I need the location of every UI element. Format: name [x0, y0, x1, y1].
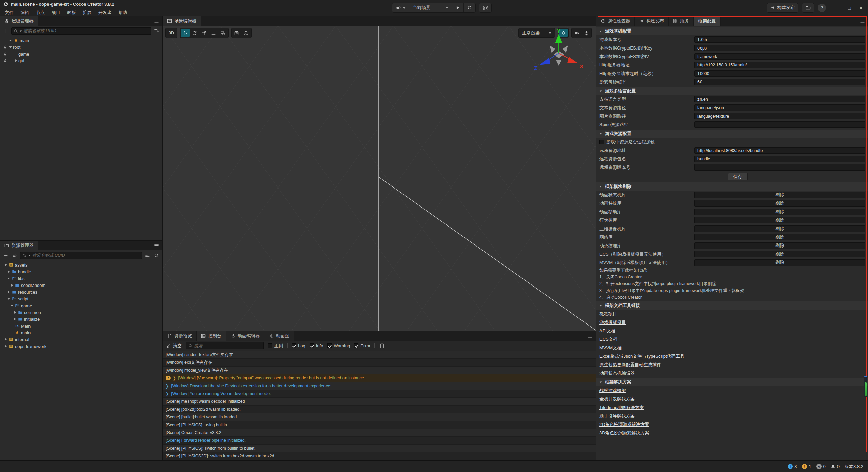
asset-node-assets[interactable]: assets: [0, 261, 162, 268]
log-row[interactable]: [Scene] [box2d]:box2d wasm lib loaded.: [163, 406, 596, 413]
field-input[interactable]: 1.0.5: [694, 36, 865, 43]
tab-assets[interactable]: 资源管理器: [0, 241, 38, 250]
expander-toggle[interactable]: [13, 318, 17, 320]
scale-tool-button[interactable]: [200, 29, 209, 37]
field-input[interactable]: [694, 121, 865, 128]
asset-node-initialize[interactable]: initialize: [0, 316, 162, 322]
refresh-assets-button[interactable]: [153, 252, 160, 259]
doc-link[interactable]: 动画状态机编辑器: [599, 369, 635, 377]
gizmo-y-label[interactable]: Y: [557, 28, 560, 34]
play-button[interactable]: [452, 3, 464, 12]
doc-link[interactable]: 游戏模板项目: [599, 318, 626, 327]
doc-link[interactable]: MVVM文档: [599, 343, 622, 352]
log-row[interactable]: [Scene] Forward render pipeline initiali…: [163, 437, 596, 445]
panel-menu-button[interactable]: [154, 19, 159, 24]
minimize-button[interactable]: −: [833, 3, 843, 13]
field-input[interactable]: http://192.168.0.150/main/: [694, 62, 865, 68]
doc-link[interactable]: 原生包热更新配置自动生成插件: [599, 360, 661, 369]
hierarchy-search[interactable]: [11, 27, 151, 35]
plugin-tab-2[interactable]: 服务: [669, 16, 694, 26]
filter-error-checkbox[interactable]: Error: [354, 343, 370, 348]
remove-module-button[interactable]: 剔除: [694, 225, 865, 232]
tree-node-main[interactable]: main: [0, 37, 162, 44]
tree-node-root[interactable]: root: [0, 44, 162, 51]
expand-arrow-icon[interactable]: ❯: [166, 383, 169, 388]
expander-toggle[interactable]: [3, 345, 8, 348]
menu-2[interactable]: 节点: [33, 9, 48, 16]
remove-module-button[interactable]: 剔除: [694, 209, 865, 215]
maximize-button[interactable]: □: [844, 3, 854, 13]
section-header-solutions[interactable]: 框架解决方案: [596, 378, 868, 386]
save-button[interactable]: 保存: [728, 173, 748, 180]
view-mode-3d-button[interactable]: 3D: [166, 29, 176, 37]
status-notifications[interactable]: 0: [831, 464, 840, 469]
create-asset-button[interactable]: [2, 252, 9, 259]
clear-console-button[interactable]: 清空: [166, 343, 182, 349]
section-header-res[interactable]: 游戏资源配置: [596, 130, 868, 138]
section-header-i18n[interactable]: 游戏多语言配置: [596, 87, 868, 95]
remove-module-button[interactable]: 剔除: [694, 192, 865, 198]
scrollbar-thumb[interactable]: [865, 382, 867, 396]
expander-toggle[interactable]: [13, 311, 17, 314]
log-row[interactable]: [Scene] [PHYSICS]: using builtin.: [163, 421, 596, 429]
scene-viewport[interactable]: 3D 正常渲染: [163, 26, 596, 331]
log-file-button[interactable]: [379, 342, 386, 349]
solution-link[interactable]: Tiledmap地图解决方案: [599, 403, 644, 412]
filter-info-checkbox[interactable]: Info: [310, 343, 323, 348]
scene-dropdown[interactable]: 当前场景: [409, 3, 452, 12]
status-info-count[interactable]: i 3: [788, 464, 797, 469]
log-row[interactable]: [Scene] [bullet]:bullet wasm lib loaded.: [163, 413, 596, 421]
plugin-tab-1[interactable]: 构建发布: [635, 16, 669, 26]
create-node-button[interactable]: [2, 27, 9, 34]
panel-menu-button[interactable]: [154, 243, 159, 248]
doc-link[interactable]: Excel格式转Json文件与TypeScript代码工具: [599, 352, 685, 360]
expander-toggle[interactable]: [9, 284, 14, 287]
console-tab-1[interactable]: 控制台: [197, 331, 226, 341]
regex-checkbox[interactable]: 正则: [268, 343, 283, 349]
section-header-base[interactable]: 游戏基础配置: [596, 27, 868, 35]
menu-5[interactable]: 扩展: [79, 9, 95, 16]
plugin-tab-0[interactable]: 属性检查器: [596, 16, 635, 26]
restart-button[interactable]: [464, 3, 475, 12]
orientation-gizmo[interactable]: Y X Z: [530, 28, 588, 79]
solution-link[interactable]: 新手引导解决方案: [599, 412, 635, 420]
field-input[interactable]: oops: [694, 45, 865, 51]
expander-toggle[interactable]: [9, 305, 14, 307]
asset-node-Main[interactable]: TSMain: [0, 322, 162, 329]
tab-scene-editor[interactable]: 场景编辑器: [163, 16, 201, 26]
status-warning-count[interactable]: ! 1: [802, 464, 811, 469]
expander-toggle[interactable]: [6, 270, 11, 273]
field-input[interactable]: zh,en: [694, 96, 865, 102]
field-input[interactable]: bundle: [694, 156, 865, 162]
menu-3[interactable]: 项目: [48, 9, 64, 16]
expander-toggle[interactable]: [14, 59, 18, 62]
snapA-button[interactable]: [232, 29, 241, 37]
scrollbar[interactable]: [864, 376, 867, 397]
asset-node-libs[interactable]: libs: [0, 275, 162, 282]
build-publish-button[interactable]: 构建发布: [767, 3, 798, 13]
rotate-tool-button[interactable]: [190, 29, 199, 37]
gizmo-x-label[interactable]: X: [580, 63, 583, 69]
tree-node-gui[interactable]: gui: [0, 57, 162, 64]
field-input[interactable]: 10000: [694, 70, 865, 77]
log-row[interactable]: ❯[Window] You are running Vue in develop…: [163, 390, 596, 398]
expander-toggle[interactable]: [8, 40, 13, 41]
panel-menu-button[interactable]: [860, 19, 865, 24]
expander-toggle[interactable]: [6, 298, 11, 300]
help-button[interactable]: ?: [818, 4, 826, 12]
console-tab-2[interactable]: 动画编辑器: [226, 331, 264, 341]
menu-1[interactable]: 编辑: [17, 9, 33, 16]
asset-node-script[interactable]: script: [0, 295, 162, 302]
remove-module-button[interactable]: 剔除: [694, 234, 865, 240]
asset-node-common[interactable]: common: [0, 309, 162, 316]
plugin-tab-3[interactable]: 框架配置: [694, 16, 721, 26]
solution-link[interactable]: 全栈开发解决方案: [599, 395, 635, 403]
expand-arrow-icon[interactable]: ❯: [166, 391, 169, 396]
log-row[interactable]: [Scene] meshopt wasm decoder initialized: [163, 398, 596, 406]
open-project-folder-button[interactable]: [802, 3, 814, 13]
log-row[interactable]: [Window] render_texture文件夹存在: [163, 351, 596, 359]
console-tab-0[interactable]: 资源预览: [163, 331, 197, 341]
asset-node-main[interactable]: main: [0, 329, 162, 336]
status-error-count[interactable]: × 0: [816, 464, 826, 469]
expand-arrow-icon[interactable]: ❯: [173, 376, 176, 380]
